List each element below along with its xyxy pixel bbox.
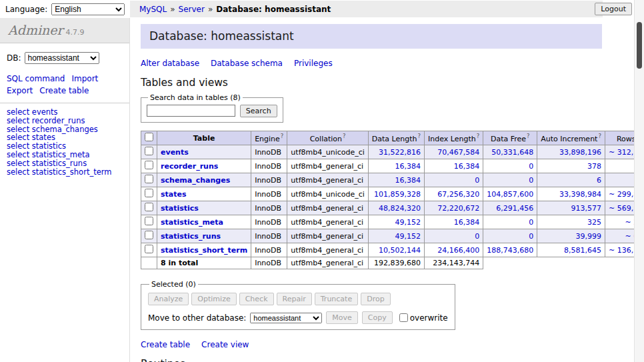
- auto-increment-link[interactable]: 325: [587, 218, 601, 227]
- select-all-checkbox[interactable]: [145, 133, 153, 141]
- move-db-select[interactable]: homeassistant: [250, 313, 322, 323]
- move-button[interactable]: Move: [326, 311, 358, 324]
- breadcrumb-server-link[interactable]: Server: [179, 5, 205, 14]
- row-select-checkbox[interactable]: [145, 175, 153, 183]
- rows-link[interactable]: ~ 312,180: [609, 148, 634, 157]
- breadcrumb: MySQL » Server » Database: homeassistant: [130, 1, 603, 17]
- data-length-link[interactable]: 48,824,320: [379, 204, 421, 213]
- overwrite-checkbox[interactable]: [399, 313, 408, 322]
- tables-tbody: eventsInnoDButf8mb4_unicode_ci31,522,816…: [141, 145, 635, 257]
- sidebar-link-export[interactable]: Export: [7, 86, 33, 95]
- create-link-create-table[interactable]: Create table: [141, 340, 190, 349]
- vertical-scrollbar[interactable]: [634, 0, 644, 362]
- index-length-link[interactable]: 16,384: [454, 162, 480, 171]
- data-length-link[interactable]: 10,502,144: [379, 246, 421, 255]
- check-button[interactable]: Check: [239, 293, 274, 305]
- table-link-events[interactable]: events: [161, 148, 189, 157]
- data-length-link[interactable]: 16,384: [395, 162, 421, 171]
- data-free-link[interactable]: 0: [529, 232, 533, 241]
- index-length-link[interactable]: 16,384: [454, 218, 480, 227]
- data-free-link[interactable]: 188,743,680: [487, 246, 533, 255]
- data-length-link[interactable]: 31,522,816: [379, 148, 421, 157]
- search-input[interactable]: [147, 105, 235, 117]
- auto-increment-link[interactable]: 33,398,984: [559, 190, 601, 199]
- drop-button[interactable]: Drop: [361, 293, 390, 305]
- table-link-statistics-meta[interactable]: statistics_meta: [161, 218, 223, 227]
- help-icon[interactable]: ?: [477, 133, 480, 139]
- table-link-recorder-runs[interactable]: recorder_runs: [161, 162, 218, 171]
- language-select[interactable]: English: [51, 3, 125, 15]
- data-length-cell: 31,522,816: [368, 145, 424, 159]
- rows-link[interactable]: ~ 569,159: [609, 204, 634, 213]
- row-select-checkbox[interactable]: [145, 217, 153, 225]
- row-select-checkbox[interactable]: [145, 147, 153, 155]
- data-free-link[interactable]: 0: [529, 176, 533, 185]
- row-select-checkbox[interactable]: [145, 231, 153, 239]
- rows-link[interactable]: ~ 136,108: [609, 246, 634, 255]
- logout-button[interactable]: Logout: [595, 3, 632, 15]
- copy-button[interactable]: Copy: [362, 311, 393, 324]
- data-free-link[interactable]: 50,331,648: [491, 148, 533, 157]
- auto-increment-link[interactable]: 39,999: [575, 232, 601, 241]
- optimize-button[interactable]: Optimize: [191, 293, 236, 305]
- index-length-link[interactable]: 24,166,400: [437, 246, 479, 255]
- table-link-states[interactable]: states: [161, 190, 187, 199]
- help-icon[interactable]: ?: [598, 133, 601, 139]
- auto-increment-link[interactable]: 6: [597, 176, 601, 185]
- data-free-link[interactable]: 0: [529, 218, 533, 227]
- data-length-link[interactable]: 49,152: [395, 218, 421, 227]
- data-free-link[interactable]: 0: [529, 162, 533, 171]
- row-select-checkbox[interactable]: [145, 203, 153, 211]
- rows-link[interactable]: ~ 299,833: [609, 190, 634, 199]
- index-length-cell: 16,384: [425, 159, 483, 173]
- engine-cell: InnoDB: [251, 215, 287, 229]
- auto-increment-link[interactable]: 378: [587, 162, 601, 171]
- create-link-create-view[interactable]: Create view: [201, 340, 249, 349]
- sidebar-link-create-table[interactable]: Create table: [39, 86, 89, 95]
- auto-increment-cell: 33,898,196: [537, 145, 605, 159]
- nav-link-alter-database[interactable]: Alter database: [141, 59, 199, 68]
- sidebar-select-statistics-short-term[interactable]: select statistics_short_term: [7, 167, 111, 177]
- row-select-checkbox[interactable]: [145, 161, 153, 169]
- analyze-button[interactable]: Analyze: [148, 293, 189, 305]
- nav-link-database-schema[interactable]: Database schema: [211, 59, 283, 68]
- row-select-checkbox[interactable]: [145, 245, 153, 253]
- table-link-statistics[interactable]: statistics: [161, 204, 199, 213]
- data-free-link[interactable]: 104,857,600: [487, 190, 533, 199]
- help-icon[interactable]: ?: [527, 133, 530, 139]
- help-icon[interactable]: ?: [281, 133, 284, 139]
- breadcrumb-mysql-link[interactable]: MySQL: [139, 5, 167, 14]
- help-icon[interactable]: ?: [343, 133, 346, 139]
- app-brand[interactable]: Adminer: [8, 23, 63, 37]
- sidebar-link-sql-command[interactable]: SQL command: [7, 74, 65, 83]
- index-length-link[interactable]: 70,467,584: [437, 148, 479, 157]
- scrollbar-thumb[interactable]: [637, 22, 642, 69]
- column-header-table[interactable]: Table: [157, 131, 251, 145]
- table-link-schema-changes[interactable]: schema_changes: [161, 176, 230, 185]
- engine-cell: InnoDB: [251, 159, 287, 173]
- index-length-link[interactable]: 0: [475, 176, 479, 185]
- row-select-checkbox[interactable]: [145, 189, 153, 197]
- truncate-button[interactable]: Truncate: [315, 293, 358, 305]
- auto-increment-link[interactable]: 913,577: [571, 204, 601, 213]
- data-length-link[interactable]: 16,384: [395, 176, 421, 185]
- table-link-statistics-runs[interactable]: statistics_runs: [161, 232, 221, 241]
- data-free-cell: 0: [483, 159, 537, 173]
- data-length-link[interactable]: 101,859,328: [374, 190, 421, 199]
- data-free-link[interactable]: 6,291,456: [496, 204, 533, 213]
- help-icon[interactable]: ?: [418, 133, 421, 139]
- table-link-statistics-short-term[interactable]: statistics_short_term: [161, 246, 247, 255]
- auto-increment-link[interactable]: 33,898,196: [559, 148, 601, 157]
- db-select[interactable]: homeassistant: [25, 52, 99, 64]
- data-length-link[interactable]: 49,152: [395, 232, 421, 241]
- index-length-link[interactable]: 72,220,672: [437, 204, 479, 213]
- rows-link[interactable]: ~ 244: [625, 218, 634, 227]
- nav-link-privileges[interactable]: Privileges: [294, 59, 333, 68]
- index-length-link[interactable]: 67,256,320: [437, 190, 479, 199]
- sidebar-link-import[interactable]: Import: [71, 74, 98, 83]
- rows-link[interactable]: ~ 628: [625, 232, 634, 241]
- repair-button[interactable]: Repair: [277, 293, 312, 305]
- index-length-link[interactable]: 0: [475, 232, 479, 241]
- search-button[interactable]: Search: [240, 105, 277, 117]
- auto-increment-link[interactable]: 8,581,645: [564, 246, 601, 255]
